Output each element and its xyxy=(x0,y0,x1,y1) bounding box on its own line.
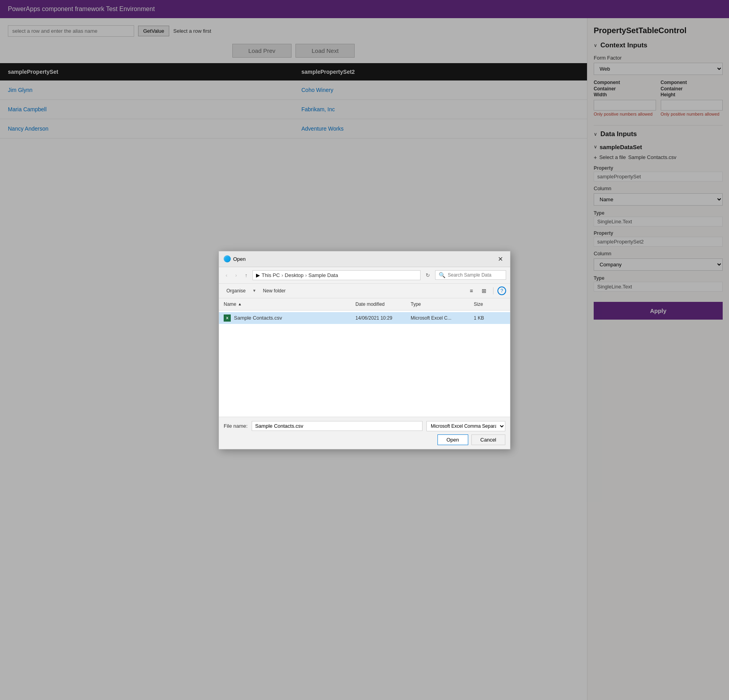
col-size[interactable]: Size xyxy=(474,300,505,309)
filename-row: File name: Microsoft Excel Comma Separat xyxy=(224,421,505,431)
col-name[interactable]: Name ▲ xyxy=(224,300,355,309)
breadcrumb-sampledata[interactable]: Sample Data xyxy=(308,272,338,278)
dialog-action-buttons: Open Cancel xyxy=(224,434,505,445)
organise-button[interactable]: Organise xyxy=(223,286,249,295)
file-dialog: 🌐 Open ✕ ‹ › ↑ ▶ This PC › Desktop › Sam… xyxy=(219,251,510,449)
file-size: 1 KB xyxy=(474,315,505,321)
dialog-bottom: File name: Microsoft Excel Comma Separat… xyxy=(219,417,510,449)
back-button[interactable]: ‹ xyxy=(223,271,230,280)
help-button[interactable]: ? xyxy=(497,286,506,295)
file-row-name: X Sample Contacts.csv xyxy=(224,314,355,322)
breadcrumb-thispc[interactable]: This PC xyxy=(262,272,280,278)
search-input[interactable] xyxy=(448,272,503,278)
breadcrumb-desktop[interactable]: Desktop xyxy=(285,272,304,278)
new-folder-button[interactable]: New folder xyxy=(260,286,289,295)
file-type: Microsoft Excel C... xyxy=(411,315,474,321)
filename-label: File name: xyxy=(224,423,248,429)
file-name: Sample Contacts.csv xyxy=(234,315,282,321)
filename-input[interactable] xyxy=(252,421,422,431)
dialog-nav: ‹ › ↑ ▶ This PC › Desktop › Sample Data … xyxy=(219,267,510,284)
file-list-area: Name ▲ Date modified Type Size X Sample … xyxy=(219,298,510,417)
dialog-title-text: 🌐 Open xyxy=(224,255,246,262)
refresh-button[interactable]: ↻ xyxy=(423,271,433,280)
list-view-button[interactable]: ≡ xyxy=(467,286,476,296)
breadcrumb-sep-1: › xyxy=(281,272,283,278)
col-date[interactable]: Date modified xyxy=(355,300,411,309)
toolbar-sep xyxy=(493,287,493,294)
file-list: X Sample Contacts.csv 14/06/2021 10:29 M… xyxy=(219,311,510,326)
file-date: 14/06/2021 10:29 xyxy=(355,315,411,321)
col-type[interactable]: Type xyxy=(411,300,474,309)
breadcrumb-bar: ▶ This PC › Desktop › Sample Data xyxy=(252,270,421,280)
file-icon: X xyxy=(224,314,231,322)
dialog-title-label: Open xyxy=(233,256,246,262)
file-row[interactable]: X Sample Contacts.csv 14/06/2021 10:29 M… xyxy=(219,312,510,324)
dialog-toolbar: Organise ▼ New folder ≡ ⊞ ? xyxy=(219,284,510,298)
filetype-select[interactable]: Microsoft Excel Comma Separat xyxy=(426,421,505,431)
dialog-overlay: 🌐 Open ✕ ‹ › ↑ ▶ This PC › Desktop › Sam… xyxy=(0,0,729,700)
dialog-titlebar: 🌐 Open ✕ xyxy=(219,251,510,267)
forward-button[interactable]: › xyxy=(232,271,239,280)
breadcrumb-separator-0: ▶ xyxy=(256,272,260,278)
file-list-header: Name ▲ Date modified Type Size xyxy=(219,298,510,311)
dialog-close-button[interactable]: ✕ xyxy=(495,255,505,264)
dialog-open-button[interactable]: Open xyxy=(437,434,468,445)
dialog-cancel-button[interactable]: Cancel xyxy=(471,434,505,445)
search-box[interactable]: 🔍 xyxy=(435,270,506,280)
dialog-globe-icon: 🌐 xyxy=(224,255,231,262)
search-icon: 🔍 xyxy=(439,272,445,278)
up-button[interactable]: ↑ xyxy=(242,271,250,280)
grid-view-button[interactable]: ⊞ xyxy=(479,286,489,296)
breadcrumb-sep-2: › xyxy=(305,272,307,278)
